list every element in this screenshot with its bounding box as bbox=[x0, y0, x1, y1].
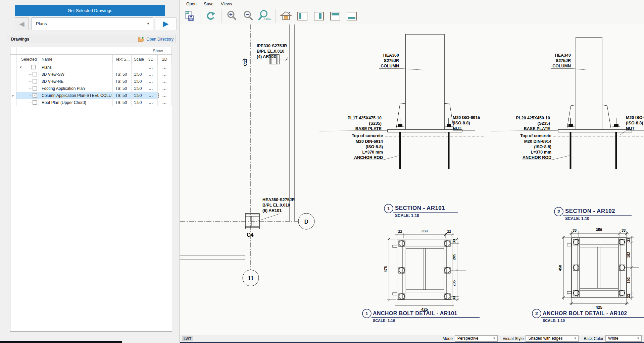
show-2d-button[interactable]: ... bbox=[158, 93, 171, 98]
section1-concrete-label: Top of concrete bbox=[352, 133, 383, 138]
bottom-dark-strip bbox=[0, 341, 122, 343]
table-header-row: Selected Name Text S... Scale 3D 2D bbox=[10, 55, 172, 64]
header-name[interactable]: Name bbox=[39, 55, 113, 64]
section1-column-label3: COLUMN bbox=[381, 64, 399, 68]
section2-anchor-label1: M20 DIN-6914 bbox=[524, 139, 551, 144]
chevron-down-icon: ▼ bbox=[147, 18, 150, 30]
row-2d-cell: ... bbox=[158, 78, 172, 85]
back-color-select[interactable]: White ▼ bbox=[605, 335, 642, 342]
show-3d-button[interactable]: ... bbox=[144, 79, 157, 84]
show-2d-button[interactable]: ... bbox=[158, 79, 171, 84]
table-row-plans[interactable]: ∨ Plans ... ... bbox=[10, 64, 172, 71]
menu-views[interactable]: Views bbox=[217, 1, 235, 7]
menu-save[interactable]: Save bbox=[201, 1, 217, 7]
lwt-toggle-button[interactable]: LWT bbox=[182, 336, 193, 341]
detail2-dim-left: 450 bbox=[558, 265, 562, 271]
row-text-size: TS: 50 bbox=[113, 78, 132, 85]
row-checkbox[interactable] bbox=[33, 86, 37, 91]
row-name: 3D View-SW bbox=[39, 71, 113, 78]
dock-bottom-button[interactable] bbox=[345, 9, 358, 23]
open-directory-label: Open Directory bbox=[146, 37, 174, 42]
table-row-column-application-plan[interactable]: ▸ ✓ Column Application Plan-STEEL COLU..… bbox=[10, 92, 172, 99]
grid-bubble-d: D bbox=[304, 219, 308, 225]
show-2d-button[interactable]: ... bbox=[158, 65, 171, 70]
row-indicator-cell bbox=[10, 71, 16, 78]
show-3d-button[interactable]: ... bbox=[144, 65, 157, 70]
table-row-roof-plan[interactable]: Roof Plan (Upper Chord) TS: 50 1:50 ... … bbox=[10, 99, 172, 106]
header-selected[interactable]: Selected bbox=[16, 55, 39, 64]
section2-title: SECTION - AR102 bbox=[565, 208, 615, 214]
show-3d-button[interactable]: ... bbox=[144, 86, 157, 91]
row-checkbox-checked[interactable]: ✓ bbox=[33, 93, 37, 98]
row-2d-cell-focused: ... bbox=[158, 92, 172, 99]
expand-arrow-icon[interactable]: ∨ bbox=[19, 65, 22, 69]
show-2d-button[interactable]: ... bbox=[158, 100, 171, 105]
show-3d-button[interactable]: ... bbox=[144, 72, 157, 77]
section2-anchor-label3: L=370 mm bbox=[531, 150, 552, 155]
grid-bubble-11: 11 bbox=[248, 275, 254, 282]
header-3d[interactable]: 3D bbox=[144, 55, 158, 64]
current-row-marker-icon: ▸ bbox=[12, 94, 14, 97]
dock-left-button[interactable] bbox=[296, 9, 309, 23]
row-checkbox[interactable] bbox=[33, 72, 37, 76]
detail1-dim-right4: 33 bbox=[452, 296, 456, 300]
chevron-down-icon: ▼ bbox=[637, 336, 640, 341]
header-text-size[interactable]: Text S... bbox=[113, 55, 132, 64]
drawings-panel: Get Selected Drawings ◀ Plans ▼ ▶ Drawin… bbox=[0, 0, 180, 343]
header-2d[interactable]: 2D bbox=[158, 55, 172, 64]
tree-tick bbox=[29, 74, 32, 75]
row-text-size: TS: 50 bbox=[113, 85, 132, 92]
tree-line bbox=[29, 99, 32, 103]
detail1-dim-right1: 33 bbox=[452, 239, 456, 243]
view-category-combobox[interactable]: Plans ▼ bbox=[32, 17, 153, 30]
visual-style-group: Visual Style Shaded with edges ▼ bbox=[500, 335, 581, 342]
forward-play-button[interactable]: ▶ bbox=[155, 17, 177, 30]
refresh-button[interactable] bbox=[204, 9, 217, 23]
mode-select[interactable]: Perspective ▼ bbox=[455, 335, 498, 342]
group-header-show[interactable]: Show bbox=[144, 47, 172, 54]
show-2d-button[interactable]: ... bbox=[158, 72, 171, 77]
show-3d-button[interactable]: ... bbox=[144, 93, 157, 98]
row-checkbox[interactable] bbox=[33, 100, 37, 105]
section1-number: 1 bbox=[387, 206, 390, 211]
open-directory-link[interactable]: Open Directory bbox=[138, 36, 174, 43]
zoom-in-button[interactable] bbox=[225, 9, 239, 23]
row-3d-cell: ... bbox=[144, 78, 158, 85]
dock-left-icon bbox=[297, 11, 308, 21]
table-group-header-row: Show bbox=[10, 47, 172, 55]
table-row-3d-view-sw[interactable]: 3D View-SW TS: 50 1:50 ... ... bbox=[10, 71, 172, 78]
home-view-button[interactable] bbox=[279, 9, 293, 23]
row-select-cell bbox=[16, 71, 39, 78]
get-selected-drawings-button[interactable]: Get Selected Drawings bbox=[15, 5, 165, 16]
section2-column-label1: HEA340 bbox=[555, 53, 571, 58]
detail1-dim-left: 475 bbox=[384, 266, 388, 272]
section2-scale: SCALE: 1:10 bbox=[565, 216, 589, 221]
row-checkbox[interactable] bbox=[33, 79, 37, 83]
table-row-footing-application-plan[interactable]: Footing Application Plan TS: 50 1:50 ...… bbox=[10, 85, 172, 92]
detail1-title: ANCHOR BOLT DETAIL - AR101 bbox=[373, 310, 457, 316]
header-scale[interactable]: Scale bbox=[132, 55, 144, 64]
visual-style-select[interactable]: Shaded with edges ▼ bbox=[526, 335, 579, 342]
zoom-out-button[interactable] bbox=[242, 9, 255, 23]
cad-canvas[interactable]: C11 IPE330-S275JR B/PL EL.0.010 (4) AR10… bbox=[180, 24, 644, 335]
section1-scale: SCALE: 1:10 bbox=[395, 213, 419, 218]
show-3d-button[interactable]: ... bbox=[144, 100, 157, 105]
menu-open[interactable]: Open bbox=[183, 1, 200, 7]
row-checkbox[interactable] bbox=[31, 65, 36, 69]
section2-plate-label3: BASE PLATE bbox=[524, 126, 550, 131]
dock-top-icon bbox=[330, 11, 341, 21]
column-note-line3: (6) AR101 bbox=[262, 208, 282, 213]
dock-right-icon bbox=[313, 11, 325, 21]
back-arrow-button[interactable]: ◀ bbox=[15, 17, 29, 30]
table-row-3d-view-ne[interactable]: 3D View-NE TS: 50 1:50 ... ... bbox=[10, 78, 172, 85]
row-2d-cell: ... bbox=[158, 71, 172, 78]
show-2d-button[interactable]: ... bbox=[158, 86, 171, 91]
section2-column-label3: COLUMN bbox=[552, 64, 571, 68]
dock-top-button[interactable] bbox=[329, 9, 342, 23]
detail2-dim-right1: 33 bbox=[627, 238, 631, 242]
row-indicator-cell: ▸ bbox=[10, 92, 16, 99]
row-select-cell bbox=[16, 85, 39, 92]
dock-right-button[interactable] bbox=[312, 9, 326, 23]
zoom-100-button[interactable]: 100% bbox=[258, 9, 271, 23]
save-image-button[interactable]: IMG bbox=[183, 9, 196, 23]
